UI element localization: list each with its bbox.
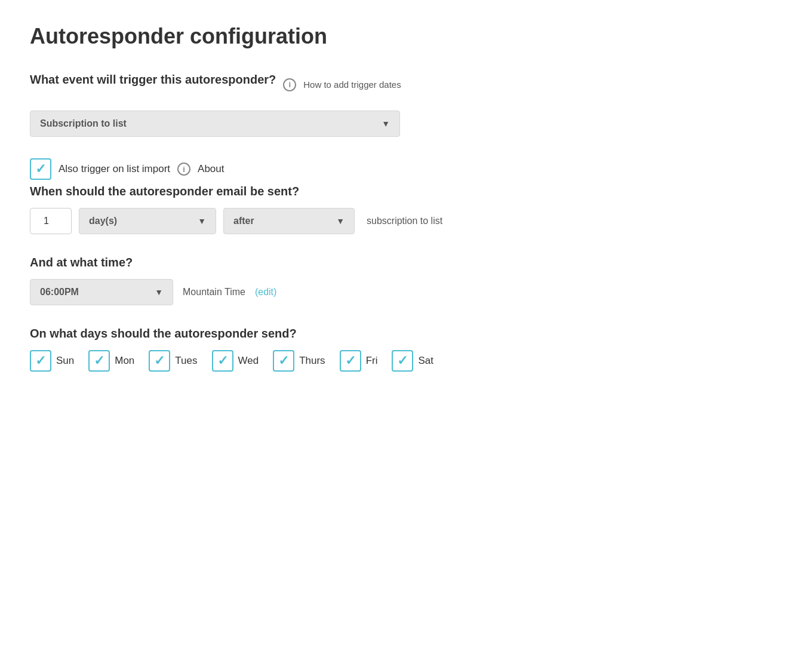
day-label-mon: Mon — [115, 355, 134, 367]
days-row: ✓Sun✓Mon✓Tues✓Wed✓Thurs✓Fri✓Sat — [30, 350, 782, 372]
trigger-dropdown-value: Subscription to list — [40, 118, 127, 129]
after-value: after — [233, 216, 254, 226]
trigger-info-link[interactable]: How to add trigger dates — [303, 79, 401, 90]
day-item-mon: ✓Mon — [88, 350, 134, 372]
day-checkmark-fri: ✓ — [345, 354, 356, 367]
day-checkmark-tues: ✓ — [154, 354, 165, 367]
day-item-fri: ✓Fri — [340, 350, 378, 372]
timezone-edit-link[interactable]: (edit) — [255, 287, 276, 298]
days-unit-dropdown[interactable]: day(s) ▼ — [79, 208, 216, 234]
timing-suffix: subscription to list — [367, 216, 442, 226]
day-item-sat: ✓Sat — [392, 350, 433, 372]
time-chevron: ▼ — [155, 287, 163, 297]
day-checkbox-wed[interactable]: ✓ — [212, 350, 233, 372]
trigger-info-icon[interactable]: i — [283, 78, 296, 91]
trigger-dropdown-chevron: ▼ — [382, 119, 390, 128]
day-checkmark-mon: ✓ — [94, 354, 104, 367]
days-label: On what days should the autoresponder se… — [30, 327, 782, 341]
days-unit-value: day(s) — [89, 216, 117, 226]
day-checkmark-sat: ✓ — [397, 354, 408, 367]
day-checkmark-sun: ✓ — [35, 354, 46, 367]
day-checkmark-thurs: ✓ — [278, 354, 289, 367]
import-label: Also trigger on list import — [59, 163, 170, 175]
import-checkbox[interactable]: ✓ — [30, 158, 51, 180]
after-chevron: ▼ — [336, 216, 345, 226]
time-value: 06:00PM — [40, 287, 79, 298]
day-label-sat: Sat — [418, 355, 433, 367]
after-dropdown[interactable]: after ▼ — [223, 208, 355, 234]
day-checkbox-tues[interactable]: ✓ — [149, 350, 170, 372]
import-info-icon[interactable]: i — [177, 162, 190, 176]
time-dropdown[interactable]: 06:00PM ▼ — [30, 279, 173, 305]
day-label-tues: Tues — [175, 355, 197, 367]
day-item-tues: ✓Tues — [149, 350, 197, 372]
days-section: On what days should the autoresponder se… — [30, 327, 782, 372]
timing-section: When should the autoresponder email be s… — [30, 185, 782, 234]
trigger-label: What event will trigger this autorespond… — [30, 73, 276, 87]
timezone-text: Mountain Time — [183, 287, 245, 298]
days-number-input[interactable] — [30, 208, 72, 234]
time-section: And at what time? 06:00PM ▼ Mountain Tim… — [30, 256, 782, 305]
day-checkbox-sat[interactable]: ✓ — [392, 350, 413, 372]
day-checkbox-thurs[interactable]: ✓ — [273, 350, 294, 372]
day-item-thurs: ✓Thurs — [273, 350, 325, 372]
timing-label: When should the autoresponder email be s… — [30, 185, 782, 198]
import-section: ✓ Also trigger on list import i About — [30, 158, 782, 180]
trigger-section: What event will trigger this autorespond… — [30, 73, 782, 137]
page-title: Autoresponder configuration — [30, 24, 782, 49]
day-item-wed: ✓Wed — [212, 350, 259, 372]
days-unit-chevron: ▼ — [198, 216, 206, 226]
about-text: About — [198, 163, 224, 175]
day-label-fri: Fri — [366, 355, 378, 367]
day-label-thurs: Thurs — [299, 355, 325, 367]
day-item-sun: ✓Sun — [30, 350, 74, 372]
trigger-dropdown[interactable]: Subscription to list ▼ — [30, 111, 400, 137]
time-label: And at what time? — [30, 256, 782, 269]
day-checkmark-wed: ✓ — [217, 354, 228, 367]
import-checkmark: ✓ — [35, 162, 46, 176]
day-checkbox-fri[interactable]: ✓ — [340, 350, 361, 372]
day-label-sun: Sun — [56, 355, 74, 367]
day-checkbox-sun[interactable]: ✓ — [30, 350, 51, 372]
day-checkbox-mon[interactable]: ✓ — [88, 350, 110, 372]
day-label-wed: Wed — [238, 355, 259, 367]
